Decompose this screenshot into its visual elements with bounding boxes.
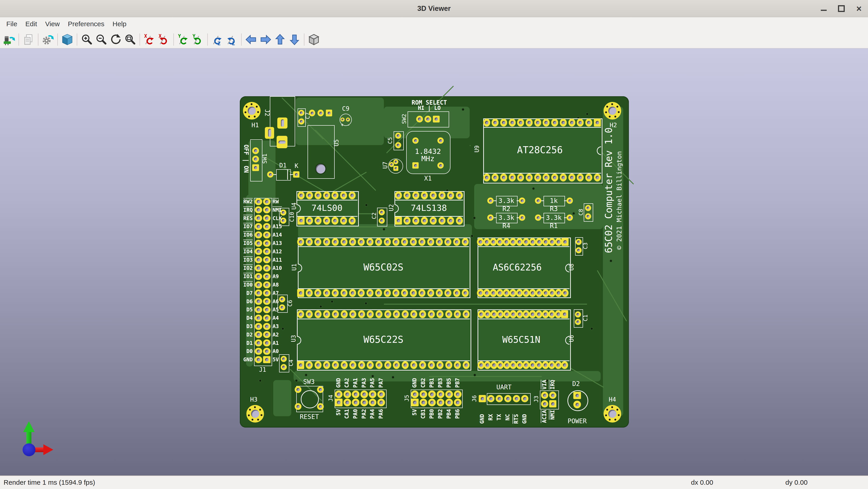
silk-ref-r4: R4 (502, 223, 510, 229)
minimize-button[interactable] (819, 4, 828, 13)
pad (585, 174, 592, 181)
silk-ref-j4: J4 (328, 395, 334, 402)
move-up-button[interactable] (273, 32, 287, 47)
zoom-out-button[interactable] (94, 32, 108, 47)
pad (349, 192, 355, 199)
close-button[interactable]: × (855, 4, 864, 13)
silk-ref-c5: C5 (387, 137, 393, 144)
orthographic-view-button[interactable] (307, 32, 321, 47)
silk-ref-u9: U9 (474, 145, 480, 152)
pad (367, 361, 374, 369)
menu-item-help[interactable]: Help (108, 18, 130, 30)
via (365, 303, 367, 305)
pad (263, 231, 271, 238)
pad (395, 192, 402, 199)
pad (412, 162, 418, 169)
rotate-z-neg-button[interactable]: Z (210, 32, 224, 47)
perspective-cube-button[interactable] (60, 32, 74, 47)
pad (504, 395, 512, 402)
dx-readout: dx 0.00 (691, 479, 713, 486)
rotate-x-neg-button[interactable]: X (142, 32, 157, 47)
pad (297, 361, 304, 369)
silk-j1-a6: A6 (273, 299, 279, 304)
pad (519, 214, 525, 221)
menu-item-file[interactable]: File (2, 18, 21, 30)
via (572, 212, 575, 214)
silk-j4-gnd: GND (336, 378, 341, 388)
pad (255, 298, 262, 305)
silk-part-u6: W65C51N (502, 335, 540, 344)
close-icon: × (856, 4, 862, 13)
pad (410, 289, 417, 297)
pad (295, 386, 302, 393)
rotate-x-pos-button[interactable]: X (157, 32, 171, 47)
pad (542, 310, 549, 318)
silk-ref-d2: D2 (572, 381, 580, 387)
via (305, 374, 307, 376)
rotate-z-pos-button[interactable]: Z (224, 32, 239, 47)
pad (395, 217, 402, 225)
redraw-button[interactable] (108, 32, 123, 47)
silk-ref-c10: C10 (289, 212, 295, 222)
axis-y-arrow (23, 421, 35, 432)
zoom-in-button[interactable] (80, 32, 94, 47)
menu-item-view[interactable]: View (41, 18, 64, 30)
silk-ref-u7: U7 (382, 162, 388, 169)
pad (367, 289, 373, 297)
silk-board-copyright: © 2021 Michael Billington (616, 151, 623, 250)
menu-item-edit[interactable]: Edit (21, 18, 41, 30)
pad (566, 198, 573, 204)
zoom-fit-icon (124, 33, 136, 46)
rotate-y-neg-button[interactable]: Y (176, 32, 191, 47)
hole-via (616, 409, 618, 410)
pad (445, 391, 453, 398)
maximize-button[interactable] (837, 4, 846, 13)
move-left-button[interactable] (244, 32, 258, 47)
pad (263, 331, 271, 338)
j2-pad (277, 136, 287, 148)
silk-j1-a12: A12 (273, 249, 282, 254)
pad (349, 289, 356, 297)
pad (594, 174, 601, 181)
pad (255, 315, 262, 321)
3d-viewport[interactable]: H1H2H3H474LS00U474LS138U2AT28C256U9W65C0… (0, 48, 868, 476)
pad (263, 265, 271, 271)
silk-j1-d0: D0 (246, 349, 253, 354)
silk-value-r3: 1k (550, 198, 558, 204)
toolbar-separator (57, 33, 58, 46)
hole-via (254, 116, 256, 117)
pad (341, 238, 347, 246)
titlebar[interactable]: 3D Viewer × (0, 0, 868, 17)
menu-item-preferences[interactable]: Preferences (64, 18, 108, 30)
pad (576, 239, 582, 245)
pad (509, 174, 516, 181)
pad (377, 391, 385, 398)
silk-part-u9: AT28C256 (517, 145, 563, 155)
pad (255, 231, 262, 238)
pad (255, 198, 262, 205)
move-down-button[interactable] (287, 32, 302, 47)
pad (509, 289, 517, 297)
hole-via (611, 103, 613, 105)
pad (306, 217, 313, 225)
move-right-button[interactable] (258, 32, 273, 47)
pad (297, 310, 304, 318)
silk-j1-nmi: NMI (273, 207, 282, 212)
copy-image-button[interactable] (21, 32, 36, 47)
silk-j1-gnd: GND (243, 357, 253, 362)
silk-ref-u1: U1 (291, 263, 297, 270)
render-options-button[interactable] (41, 32, 55, 47)
pad (393, 159, 398, 164)
rotate-y-pos-button[interactable]: Y (191, 32, 205, 47)
pad (335, 399, 343, 406)
silk-ref-c6: C6 (287, 300, 293, 307)
pad (497, 310, 504, 318)
pad (255, 248, 262, 255)
pad (298, 118, 304, 124)
zoom-fit-button[interactable] (123, 32, 137, 47)
pad (393, 238, 399, 246)
silk-j1-a2: A2 (273, 332, 279, 337)
reload-board-button[interactable] (2, 32, 16, 47)
pad (503, 289, 510, 297)
pad (534, 119, 541, 126)
